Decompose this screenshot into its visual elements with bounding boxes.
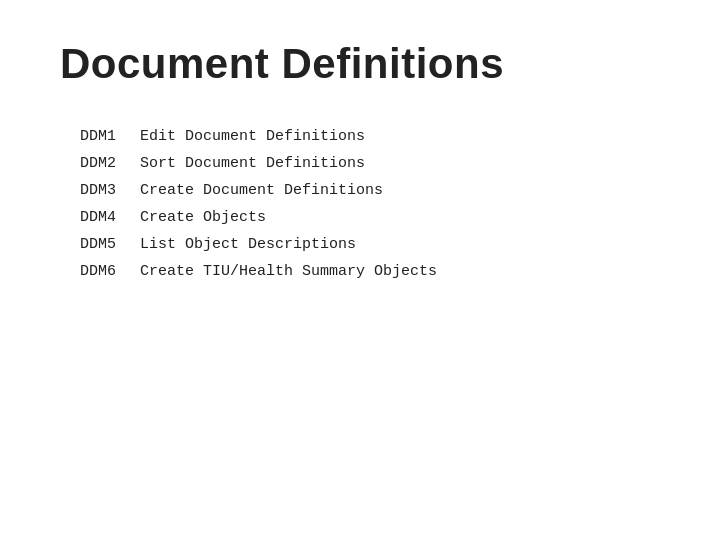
menu-code: DDM2 xyxy=(80,155,140,172)
menu-row[interactable]: DDM2Sort Document Definitions xyxy=(80,155,660,172)
menu-table: DDM1Edit Document DefinitionsDDM2Sort Do… xyxy=(80,128,660,280)
menu-description: Sort Document Definitions xyxy=(140,155,365,172)
menu-description: List Object Descriptions xyxy=(140,236,356,253)
menu-description: Edit Document Definitions xyxy=(140,128,365,145)
menu-row[interactable]: DDM4Create Objects xyxy=(80,209,660,226)
menu-row[interactable]: DDM1Edit Document Definitions xyxy=(80,128,660,145)
page-title: Document Definitions xyxy=(60,40,660,88)
menu-description: Create Document Definitions xyxy=(140,182,383,199)
menu-code: DDM4 xyxy=(80,209,140,226)
menu-description: Create Objects xyxy=(140,209,266,226)
menu-code: DDM3 xyxy=(80,182,140,199)
page-container: Document Definitions DDM1Edit Document D… xyxy=(0,0,720,540)
menu-row[interactable]: DDM3Create Document Definitions xyxy=(80,182,660,199)
menu-code: DDM1 xyxy=(80,128,140,145)
menu-row[interactable]: DDM6Create TIU/Health Summary Objects xyxy=(80,263,660,280)
menu-code: DDM5 xyxy=(80,236,140,253)
menu-code: DDM6 xyxy=(80,263,140,280)
menu-description: Create TIU/Health Summary Objects xyxy=(140,263,437,280)
menu-row[interactable]: DDM5List Object Descriptions xyxy=(80,236,660,253)
